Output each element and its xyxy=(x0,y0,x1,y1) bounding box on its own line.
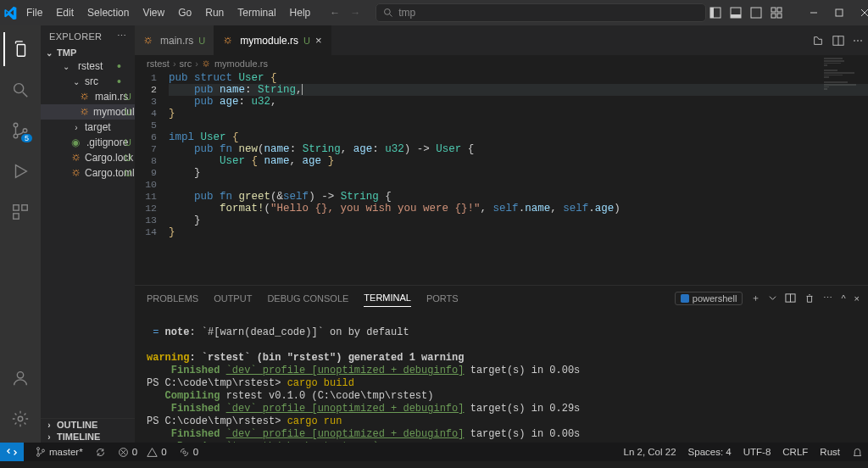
status-problems[interactable]: 0 0 xyxy=(118,447,167,458)
minimap[interactable] xyxy=(824,58,858,159)
rust-file-icon: ⛭ xyxy=(80,91,92,103)
status-language[interactable]: Rust xyxy=(820,447,840,457)
shell-kind-label: powershell xyxy=(693,293,737,304)
tab-close-icon[interactable]: × xyxy=(315,34,322,47)
activity-bar: 5 xyxy=(0,25,41,443)
menu-run[interactable]: Run xyxy=(199,3,230,22)
code-editor[interactable]: 1pub struct User { 2 pub name: String, 3… xyxy=(135,72,868,285)
git-modified-dot: • xyxy=(117,78,121,85)
lock-file-icon: ⛭ xyxy=(71,152,81,164)
explorer-more-icon[interactable]: ⋯ xyxy=(117,31,126,42)
remote-indicator[interactable] xyxy=(0,443,24,461)
panel-tab-problems[interactable]: PROBLEMS xyxy=(147,290,198,307)
command-center[interactable]: tmp xyxy=(376,3,706,22)
vscode-logo-icon xyxy=(3,4,17,21)
tree-file-mymodule-rs[interactable]: ⛭mymodule.rsU xyxy=(41,104,135,120)
layout-customize-icon[interactable] xyxy=(771,7,782,19)
status-ln-col[interactable]: Ln 2, Col 22 xyxy=(624,447,676,457)
maximize-button[interactable] xyxy=(826,0,852,25)
status-encoding[interactable]: UTF-8 xyxy=(743,447,771,457)
status-eol[interactable]: CRLF xyxy=(782,447,808,457)
breadcrumb-item[interactable]: src xyxy=(180,58,192,69)
git-status: U xyxy=(125,153,131,163)
tree-label: main.rs xyxy=(95,91,128,103)
layout-toggle-bottom-icon[interactable] xyxy=(730,7,742,19)
status-sync[interactable] xyxy=(95,447,106,458)
tree-label: .gitignore xyxy=(86,136,128,148)
panel-tab-debug-console[interactable]: DEBUG CONSOLE xyxy=(267,290,348,307)
tree-folder-target[interactable]: ›target xyxy=(41,120,135,135)
root-label: TMP xyxy=(57,47,76,58)
breadcrumb[interactable]: rstest› src› ⛭ mymodule.rs xyxy=(135,55,868,72)
activity-settings[interactable] xyxy=(3,402,37,436)
compare-changes-icon[interactable] xyxy=(812,35,824,47)
panel-tab-output[interactable]: OUTPUT xyxy=(214,290,252,307)
new-terminal-icon[interactable]: ＋ xyxy=(751,292,760,304)
tree-file-cargo-lock[interactable]: ⛭Cargo.lockU xyxy=(41,150,135,165)
gitignore-file-icon: ◉ xyxy=(71,136,83,148)
svg-rect-9 xyxy=(771,14,776,18)
tab-main-rs[interactable]: ⛭main.rsU xyxy=(135,25,214,55)
explorer-root[interactable]: ⌄TMP xyxy=(41,47,135,58)
status-notifications-icon[interactable] xyxy=(852,447,863,458)
activity-explorer[interactable] xyxy=(3,32,37,66)
svg-rect-5 xyxy=(731,14,741,18)
activity-account[interactable] xyxy=(3,361,37,395)
panel-more-icon[interactable]: ⋯ xyxy=(823,292,832,304)
kill-terminal-icon[interactable] xyxy=(804,293,815,304)
git-status: U xyxy=(125,107,131,117)
status-ports[interactable]: 0 xyxy=(179,447,198,458)
close-panel-icon[interactable]: × xyxy=(854,293,860,304)
more-actions-icon[interactable]: ⋯ xyxy=(853,35,863,47)
svg-rect-21 xyxy=(14,205,19,210)
sync-icon xyxy=(95,447,106,458)
breadcrumb-item[interactable]: rstest xyxy=(147,58,170,69)
menu-terminal[interactable]: Terminal xyxy=(231,3,281,22)
close-button[interactable] xyxy=(852,0,868,25)
menu-go[interactable]: Go xyxy=(172,3,198,22)
layout-toggle-right-icon[interactable] xyxy=(750,7,762,19)
layout-toggle-left-icon[interactable] xyxy=(709,7,721,19)
status-branch[interactable]: master* xyxy=(36,447,83,457)
menu-view[interactable]: View xyxy=(136,3,170,22)
activity-extensions[interactable] xyxy=(3,195,37,229)
nav-back-icon[interactable]: ← xyxy=(330,7,340,19)
sidebar-timeline[interactable]: ›TIMELINE xyxy=(41,431,135,443)
svg-line-1 xyxy=(390,14,392,17)
nav-forward-icon[interactable]: → xyxy=(350,7,360,19)
breadcrumb-item[interactable]: mymodule.rs xyxy=(214,58,268,69)
tab-git-status: U xyxy=(303,36,310,46)
panel-tab-terminal[interactable]: TERMINAL xyxy=(364,289,411,307)
tab-label: mymodule.rs xyxy=(240,35,298,47)
menu-edit[interactable]: Edit xyxy=(50,3,80,22)
tab-mymodule-rs[interactable]: ⛭mymodule.rsU× xyxy=(214,25,331,55)
rust-file-icon: ⛭ xyxy=(223,35,235,47)
maximize-panel-icon[interactable]: ^ xyxy=(841,293,845,304)
terminal-view[interactable]: = note: `#[warn(dead_code)]` on by defau… xyxy=(135,310,868,443)
status-spaces[interactable]: Spaces: 4 xyxy=(688,447,732,457)
activity-run-debug[interactable] xyxy=(3,154,37,188)
activity-search[interactable] xyxy=(3,73,37,107)
tree-folder-rstest[interactable]: ⌄rstest• xyxy=(41,58,135,74)
menu-selection[interactable]: Selection xyxy=(81,3,135,22)
split-terminal-icon[interactable] xyxy=(785,292,796,304)
sidebar-outline[interactable]: ›OUTLINE xyxy=(41,419,135,431)
tree-file-cargo-toml[interactable]: ⛭Cargo.tomlU xyxy=(41,165,135,181)
tree-file-gitignore[interactable]: ◉.gitignoreU xyxy=(41,135,135,150)
terminal-shell-kind[interactable]: powershell xyxy=(675,292,743,305)
svg-rect-23 xyxy=(14,214,19,219)
panel-tab-ports[interactable]: PORTS xyxy=(426,290,459,307)
tree-folder-src[interactable]: ⌄src• xyxy=(41,74,135,89)
ports-icon xyxy=(179,447,190,458)
split-editor-icon[interactable] xyxy=(832,35,844,47)
minimize-button[interactable] xyxy=(801,0,826,25)
terminal-dropdown-icon[interactable] xyxy=(769,294,776,302)
sidebar-explorer: EXPLORER ⋯ ⌄TMP ⌄rstest• ⌄src• ⛭main.rsU… xyxy=(41,25,135,443)
menu-help[interactable]: Help xyxy=(284,3,317,22)
svg-point-17 xyxy=(14,123,18,127)
menu-file[interactable]: File xyxy=(20,3,48,22)
tree-file-main-rs[interactable]: ⛭main.rsU xyxy=(41,89,135,104)
error-icon xyxy=(118,447,129,458)
activity-scm[interactable]: 5 xyxy=(3,114,37,148)
git-modified-dot: • xyxy=(117,63,121,70)
